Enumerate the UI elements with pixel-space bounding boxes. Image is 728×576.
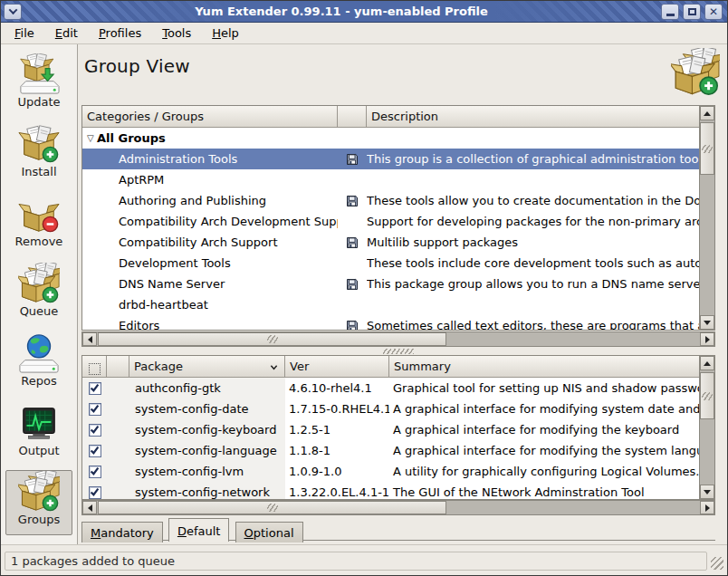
- groups-table-header: Categories / Groups Description: [82, 106, 699, 128]
- menu-tools[interactable]: Tools: [156, 24, 197, 43]
- scrollbar-thumb[interactable]: [700, 372, 714, 419]
- column-header-blank[interactable]: [107, 356, 129, 378]
- package-version: 1.7.15-0.RHEL4.1: [285, 402, 389, 416]
- installed-floppy-icon: [346, 195, 359, 207]
- group-name: All Groups: [97, 131, 166, 145]
- groups-vertical-scrollbar: [699, 106, 714, 330]
- packages-horizontal-scrollbar: [81, 500, 715, 515]
- package-checkbox[interactable]: [89, 382, 101, 395]
- scroll-left-button[interactable]: [82, 501, 97, 514]
- package-checkbox[interactable]: [89, 424, 101, 437]
- arrow-up-icon: [704, 111, 711, 116]
- package-checkbox[interactable]: [89, 486, 101, 499]
- scroll-down-button[interactable]: [700, 485, 714, 499]
- column-header-ver[interactable]: Ver: [285, 356, 389, 378]
- sidebar-item-groups[interactable]: Groups: [5, 470, 72, 535]
- column-label: Package: [134, 360, 183, 373]
- sidebar-item-install[interactable]: Install: [5, 123, 72, 188]
- table-row[interactable]: AptRPM: [82, 169, 699, 190]
- table-row[interactable]: Authoring and Publishing These tools all…: [82, 190, 699, 211]
- scroll-down-button[interactable]: [700, 315, 714, 330]
- sidebar-item-output[interactable]: Output: [5, 402, 72, 467]
- group-type-tabs: Mandatory Default Optional: [81, 517, 715, 541]
- package-name: system-config-language: [129, 440, 285, 461]
- expander-icon[interactable]: ▽: [82, 133, 97, 143]
- table-row[interactable]: system-config-keyboard 1.2.5-1 A graphic…: [82, 419, 699, 440]
- package-name: authconfig-gtk: [129, 378, 285, 398]
- scroll-right-button[interactable]: [700, 332, 714, 346]
- sidebar-item-repos[interactable]: Repos: [5, 332, 72, 398]
- check-icon: [90, 425, 100, 435]
- table-row[interactable]: Editors Sometimes called text editors, t…: [82, 315, 699, 330]
- minimize-button[interactable]: [661, 4, 679, 20]
- grip-icon: [267, 335, 278, 343]
- check-icon: [90, 446, 100, 456]
- titlebar: Yum Extender 0.99.11 - yum-enabled Profi…: [1, 1, 727, 23]
- package-name: system-config-keyboard: [129, 419, 285, 440]
- sidebar-item-queue[interactable]: Queue: [5, 263, 72, 328]
- table-row[interactable]: Compatibility Arch Development Support S…: [82, 211, 699, 232]
- groups-boxes-icon: [671, 48, 720, 97]
- table-row[interactable]: Compatibility Arch Support Multilib supp…: [82, 232, 699, 253]
- package-version: 1.2.5-1: [285, 423, 389, 437]
- app-window: Yum Extender 0.99.11 - yum-enabled Profi…: [0, 0, 728, 576]
- arrow-right-icon: [705, 336, 710, 343]
- table-row[interactable]: drbd-heartbeat: [82, 294, 699, 315]
- package-checkbox[interactable]: [89, 403, 101, 416]
- table-row[interactable]: system-config-date 1.7.15-0.RHEL4.1 A gr…: [82, 398, 699, 419]
- table-row[interactable]: system-config-network 1.3.22.0.EL.4.1-1 …: [82, 482, 699, 499]
- scroll-up-button[interactable]: [700, 356, 714, 370]
- table-row[interactable]: authconfig-gtk 4.6.10-rhel4.1 Graphical …: [82, 378, 699, 398]
- column-header-summary[interactable]: Summary: [389, 356, 699, 378]
- menu-profiles[interactable]: Profiles: [92, 24, 148, 43]
- package-checkbox[interactable]: [89, 466, 101, 478]
- scrollbar-thumb[interactable]: [98, 501, 446, 514]
- package-checkbox[interactable]: [89, 445, 101, 457]
- column-header-description[interactable]: Description: [367, 106, 699, 128]
- sidebar-item-label: Groups: [18, 513, 60, 526]
- maximize-button[interactable]: [683, 4, 701, 20]
- scrollbar-thumb[interactable]: [98, 332, 446, 346]
- package-name: system-config-network: [129, 482, 285, 499]
- scrollbar-thumb[interactable]: [700, 122, 714, 175]
- sidebar-item-update[interactable]: Update: [5, 53, 72, 119]
- menu-file[interactable]: File: [8, 24, 41, 43]
- tab-default[interactable]: Default: [168, 518, 230, 542]
- column-header-icon[interactable]: [338, 106, 367, 128]
- column-header-categories[interactable]: Categories / Groups: [82, 106, 338, 128]
- queue-boxes-icon: [18, 263, 60, 304]
- menu-edit[interactable]: Edit: [49, 24, 84, 43]
- package-version: 1.1.8-1: [285, 444, 389, 457]
- pane-splitter[interactable]: [81, 348, 715, 355]
- sidebar-item-label: Install: [21, 165, 56, 178]
- sidebar-item-remove[interactable]: Remove: [5, 193, 72, 258]
- tab-optional[interactable]: Optional: [235, 522, 303, 542]
- scroll-up-button[interactable]: [700, 106, 714, 120]
- group-name: Compatibility Arch Support: [119, 235, 278, 249]
- resize-grip[interactable]: [711, 557, 723, 570]
- output-monitor-icon: [18, 402, 60, 444]
- arrow-left-icon: [88, 336, 92, 343]
- group-name: AptRPM: [119, 173, 164, 187]
- table-row-selected[interactable]: Administration Tools This group is a col…: [82, 149, 699, 169]
- installed-floppy-icon: [346, 236, 359, 249]
- chevron-down-icon: [8, 5, 17, 14]
- table-row[interactable]: DNS Name Server This package group allow…: [82, 274, 699, 294]
- group-description: These tools allow you to create document…: [367, 194, 699, 207]
- close-button[interactable]: ✕: [704, 4, 723, 20]
- column-header-package[interactable]: Package: [129, 356, 285, 378]
- package-version: 4.6.10-rhel4.1: [285, 381, 389, 395]
- scroll-left-button[interactable]: [82, 332, 97, 346]
- group-description: Support for developing packages for the …: [367, 215, 699, 228]
- package-version: 1.0.9-1.0: [285, 465, 389, 478]
- table-row[interactable]: system-config-lvm 1.0.9-1.0 A utility fo…: [82, 461, 699, 482]
- table-row[interactable]: system-config-language 1.1.8-1 A graphic…: [82, 440, 699, 461]
- tab-mandatory[interactable]: Mandatory: [81, 522, 163, 542]
- table-row[interactable]: ▽All Groups: [82, 128, 699, 149]
- window-menu-button[interactable]: [4, 4, 22, 20]
- table-row[interactable]: Development Tools These tools include co…: [82, 253, 699, 274]
- scroll-right-button[interactable]: [700, 501, 714, 514]
- column-header-checkbox[interactable]: [82, 356, 107, 378]
- menu-help[interactable]: Help: [206, 24, 245, 43]
- page-title: Group View: [84, 55, 190, 77]
